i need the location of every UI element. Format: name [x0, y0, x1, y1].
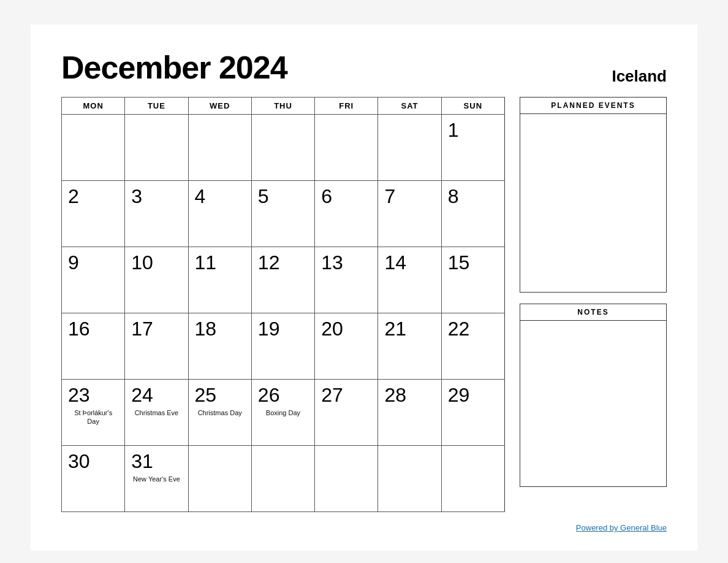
page-title: December 2024	[61, 49, 287, 86]
calendar-cell: 15	[441, 247, 504, 313]
day-event-label: Christmas Day	[195, 408, 245, 417]
day-number: 3	[131, 186, 181, 207]
planned-events-content	[520, 114, 666, 292]
day-number: 23	[68, 385, 118, 406]
day-number: 2	[68, 186, 118, 207]
calendar-cell: 24Christmas Eve	[125, 380, 188, 446]
calendar-cell	[251, 115, 314, 181]
day-event-label: Boxing Day	[258, 408, 308, 417]
calendar-cell	[315, 115, 378, 181]
calendar-cell: 8	[441, 181, 504, 247]
day-number: 17	[131, 318, 181, 340]
notes-header: NOTES	[520, 304, 666, 321]
day-event-label: Christmas Eve	[131, 408, 181, 417]
calendar-cell: 6	[315, 181, 378, 247]
day-number: 24	[131, 385, 181, 406]
calendar-cell: 1	[441, 115, 504, 181]
day-number: 28	[384, 385, 434, 406]
day-number: 15	[448, 252, 498, 274]
notes-box: NOTES	[520, 304, 667, 487]
day-event-label: St Þorlákur's Day	[68, 408, 118, 426]
day-number: 12	[258, 252, 308, 274]
calendar-cell: 22	[441, 313, 504, 380]
day-number: 20	[321, 318, 371, 340]
calendar-cell: 26Boxing Day	[251, 380, 314, 446]
powered-by: Powered by General Blue	[61, 523, 667, 532]
calendar-cell: 3	[125, 181, 188, 247]
day-number: 6	[321, 186, 371, 207]
calendar-cell: 16	[62, 313, 125, 380]
calendar-cell: 20	[315, 313, 378, 380]
planned-events-box: PLANNED EVENTS	[520, 97, 667, 293]
day-number: 8	[448, 186, 498, 207]
calendar-cell: 14	[378, 247, 441, 313]
calendar-cell: 27	[315, 380, 378, 446]
calendar-cell: 21	[378, 313, 441, 380]
powered-by-link[interactable]: Powered by General Blue	[576, 523, 667, 532]
day-number: 9	[68, 252, 118, 274]
calendar-cell: 28	[378, 380, 441, 446]
calendar-cell	[188, 115, 251, 181]
calendar-table: MONTUEWEDTHUFRISATSUN 123456789101112131…	[61, 97, 505, 512]
day-number: 25	[195, 385, 245, 406]
calendar-cell: 12	[251, 247, 314, 313]
calendar: MONTUEWEDTHUFRISATSUN 123456789101112131…	[61, 97, 505, 512]
day-number: 13	[321, 252, 371, 274]
day-number: 4	[195, 186, 245, 207]
day-number: 22	[448, 318, 498, 340]
dow-header-fri: FRI	[315, 98, 378, 115]
calendar-cell: 17	[125, 313, 188, 380]
calendar-cell: 2	[62, 181, 125, 247]
day-number: 18	[195, 318, 245, 340]
calendar-cell	[251, 446, 314, 512]
calendar-cell	[378, 446, 441, 512]
calendar-cell: 30	[62, 446, 125, 512]
day-number: 10	[131, 252, 181, 274]
planned-events-header: PLANNED EVENTS	[520, 98, 666, 114]
dow-header-sun: SUN	[441, 98, 504, 115]
day-number: 19	[258, 318, 308, 340]
day-number: 30	[68, 451, 118, 472]
calendar-cell: 23St Þorlákur's Day	[62, 380, 125, 446]
calendar-cell: 25Christmas Day	[188, 380, 251, 446]
calendar-cell: 13	[315, 247, 378, 313]
calendar-cell	[441, 446, 504, 512]
dow-header-wed: WED	[188, 98, 251, 115]
day-number: 26	[258, 385, 308, 406]
dow-header-sat: SAT	[378, 98, 441, 115]
calendar-cell	[378, 115, 441, 181]
dow-header-thu: THU	[251, 98, 314, 115]
calendar-cell: 7	[378, 181, 441, 247]
calendar-cell: 29	[441, 380, 504, 446]
calendar-cell: 19	[251, 313, 314, 380]
calendar-cell: 4	[188, 181, 251, 247]
notes-content	[520, 321, 666, 486]
calendar-cell	[188, 446, 251, 512]
day-event-label: New Year's Eve	[131, 475, 181, 483]
calendar-cell	[125, 115, 188, 181]
calendar-cell: 18	[188, 313, 251, 380]
dow-header-tue: TUE	[125, 98, 188, 115]
day-number: 29	[448, 385, 498, 406]
calendar-cell	[315, 446, 378, 512]
calendar-cell: 5	[251, 181, 314, 247]
sidebar: PLANNED EVENTS NOTES	[520, 97, 667, 487]
day-number: 21	[384, 318, 434, 340]
country-label: Iceland	[612, 67, 667, 86]
day-number: 27	[321, 385, 371, 406]
day-number: 14	[384, 252, 434, 274]
dow-header-mon: MON	[62, 98, 125, 115]
calendar-cell: 31New Year's Eve	[125, 446, 188, 512]
calendar-cell: 11	[188, 247, 251, 313]
calendar-cell: 9	[62, 247, 125, 313]
day-number: 5	[258, 186, 308, 207]
day-number: 31	[131, 451, 181, 472]
day-number: 1	[448, 120, 498, 141]
calendar-cell	[62, 115, 125, 181]
day-number: 16	[68, 318, 118, 340]
calendar-cell: 10	[125, 247, 188, 313]
day-number: 7	[384, 186, 434, 207]
day-number: 11	[195, 252, 245, 274]
